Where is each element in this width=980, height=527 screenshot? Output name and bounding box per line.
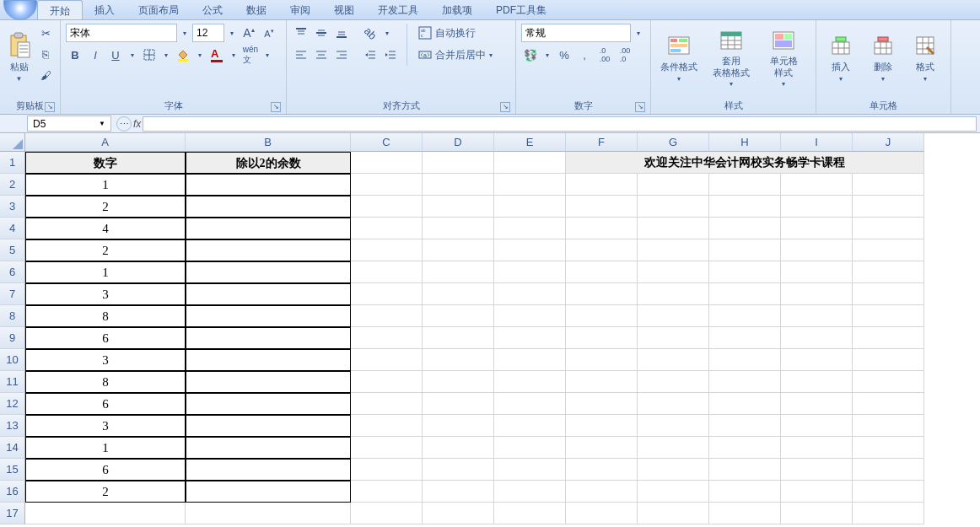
- cell[interactable]: [566, 196, 638, 218]
- cell[interactable]: [566, 503, 638, 524]
- cells-area[interactable]: 数字除以2的余数欢迎关注中华会计网校实务畅学卡课程124213863863162: [25, 152, 980, 524]
- cell[interactable]: [781, 305, 853, 327]
- cell[interactable]: [709, 327, 781, 349]
- cell[interactable]: 8: [25, 305, 186, 327]
- cell[interactable]: [494, 239, 566, 261]
- align-left-button[interactable]: [292, 46, 310, 64]
- column-header[interactable]: D: [423, 133, 494, 152]
- cell[interactable]: 1: [25, 437, 186, 459]
- row-header[interactable]: 2: [0, 174, 25, 196]
- borders-button[interactable]: [140, 46, 159, 64]
- column-header[interactable]: H: [709, 133, 781, 152]
- cell[interactable]: [709, 218, 781, 239]
- cell[interactable]: [709, 393, 781, 415]
- cell[interactable]: [709, 349, 781, 371]
- row-header[interactable]: 14: [0, 437, 25, 459]
- cell[interactable]: 2: [25, 196, 186, 218]
- cell[interactable]: [709, 415, 781, 437]
- cell[interactable]: [638, 437, 709, 459]
- cell[interactable]: [638, 327, 709, 349]
- cell[interactable]: [423, 349, 494, 371]
- row-header[interactable]: 1: [0, 152, 25, 174]
- cell[interactable]: 2: [25, 239, 186, 261]
- cell[interactable]: [709, 196, 781, 218]
- formula-bar[interactable]: [143, 116, 977, 132]
- cell[interactable]: [853, 305, 924, 327]
- cell[interactable]: [638, 481, 709, 503]
- cell[interactable]: 3: [25, 283, 186, 305]
- cell[interactable]: [781, 349, 853, 371]
- dropdown-icon[interactable]: ▾: [541, 46, 553, 64]
- cell[interactable]: [494, 327, 566, 349]
- cell[interactable]: 1: [25, 261, 186, 283]
- row-header[interactable]: 15: [0, 459, 25, 481]
- underline-button[interactable]: U: [106, 46, 125, 64]
- cell[interactable]: [423, 415, 494, 437]
- cell[interactable]: [186, 174, 351, 196]
- format-cells-button[interactable]: 格式▾: [906, 24, 945, 91]
- cell[interactable]: [781, 239, 853, 261]
- cell[interactable]: 2: [25, 481, 186, 503]
- cell[interactable]: [423, 503, 494, 524]
- font-size-input[interactable]: [192, 24, 224, 42]
- cell[interactable]: [186, 349, 351, 371]
- cell[interactable]: [351, 393, 423, 415]
- row-header[interactable]: 12: [0, 393, 25, 415]
- column-header[interactable]: A: [25, 133, 186, 152]
- cell[interactable]: 3: [25, 349, 186, 371]
- cell[interactable]: 除以2的余数: [186, 152, 351, 174]
- cell[interactable]: [638, 305, 709, 327]
- phonetic-button[interactable]: wén文: [241, 46, 260, 64]
- dialog-launcher-icon[interactable]: ↘: [635, 102, 645, 112]
- cell[interactable]: [566, 261, 638, 283]
- cell[interactable]: [781, 481, 853, 503]
- cell[interactable]: [709, 283, 781, 305]
- cell[interactable]: [494, 283, 566, 305]
- cell[interactable]: [186, 371, 351, 393]
- cell[interactable]: [709, 437, 781, 459]
- cell[interactable]: [853, 371, 924, 393]
- tab-formulas[interactable]: 公式: [191, 0, 234, 19]
- merge-center-button[interactable]: a 合并后居中 ▾: [414, 46, 497, 64]
- cell[interactable]: [423, 174, 494, 196]
- cell[interactable]: [853, 349, 924, 371]
- cell[interactable]: [351, 261, 423, 283]
- cell[interactable]: [566, 327, 638, 349]
- row-header[interactable]: 6: [0, 261, 25, 283]
- cell[interactable]: [423, 239, 494, 261]
- tab-insert[interactable]: 插入: [83, 0, 127, 19]
- decrease-decimal-button[interactable]: .00.0: [616, 46, 634, 64]
- cell[interactable]: [494, 218, 566, 239]
- cell[interactable]: [853, 218, 924, 239]
- cell[interactable]: [423, 196, 494, 218]
- cell[interactable]: [781, 393, 853, 415]
- merged-banner-cell[interactable]: 欢迎关注中华会计网校实务畅学卡课程: [566, 152, 924, 174]
- cell[interactable]: [709, 481, 781, 503]
- cell[interactable]: [186, 239, 351, 261]
- cell[interactable]: [494, 393, 566, 415]
- dialog-launcher-icon[interactable]: ↘: [271, 102, 281, 112]
- cell[interactable]: [638, 371, 709, 393]
- cell[interactable]: [25, 503, 186, 524]
- select-all-corner[interactable]: [0, 133, 25, 152]
- row-header[interactable]: 7: [0, 283, 25, 305]
- conditional-format-button[interactable]: 条件格式▾: [656, 24, 702, 91]
- orientation-button[interactable]: ab: [361, 24, 380, 42]
- align-middle-button[interactable]: [312, 24, 331, 42]
- cell[interactable]: [566, 283, 638, 305]
- shrink-font-button[interactable]: A▾: [260, 24, 278, 42]
- row-header[interactable]: 10: [0, 349, 25, 371]
- cell[interactable]: [781, 327, 853, 349]
- cell[interactable]: [351, 196, 423, 218]
- cell[interactable]: [494, 196, 566, 218]
- tab-addins[interactable]: 加载项: [430, 0, 484, 19]
- cell[interactable]: [638, 393, 709, 415]
- cell[interactable]: [423, 218, 494, 239]
- cell[interactable]: 数字: [25, 152, 186, 174]
- cell[interactable]: [853, 239, 924, 261]
- column-header[interactable]: E: [494, 133, 566, 152]
- cell[interactable]: [566, 239, 638, 261]
- cell[interactable]: [781, 459, 853, 481]
- tab-view[interactable]: 视图: [322, 0, 366, 19]
- cell[interactable]: [186, 196, 351, 218]
